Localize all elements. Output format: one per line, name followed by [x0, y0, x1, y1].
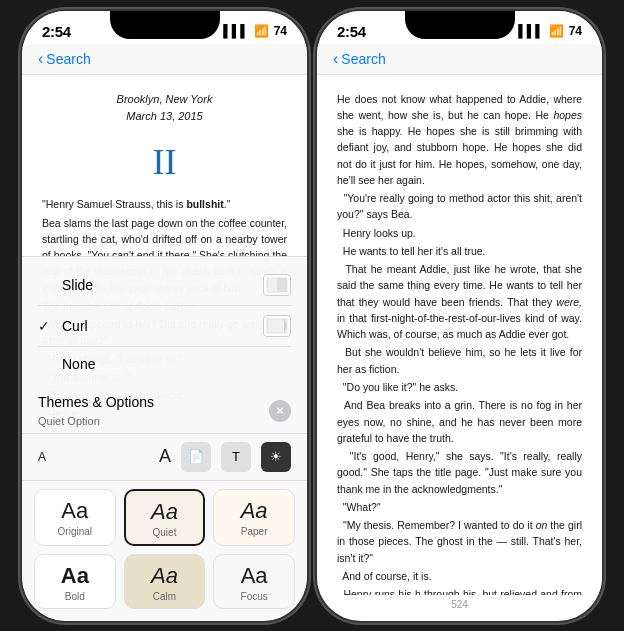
theme-bold-inner: Aa Bold	[35, 555, 115, 608]
theme-bold-card[interactable]: Aa Bold	[34, 554, 116, 609]
theme-quiet-inner: Aa Quiet	[126, 491, 204, 544]
theme-paper-name: Paper	[220, 526, 288, 537]
time-right: 2:54	[337, 23, 366, 40]
theme-focus-inner: Aa Focus	[214, 555, 294, 608]
theme-calm-name: Calm	[131, 591, 199, 602]
none-text: None	[62, 356, 95, 372]
theme-quiet-name: Quiet	[132, 527, 198, 538]
slide-preview-icon	[266, 277, 288, 293]
book-location: Brooklyn, New YorkMarch 13, 2015	[42, 91, 287, 125]
curl-text: Curl	[62, 318, 88, 334]
curl-preview-icon	[266, 318, 288, 334]
font-options-button[interactable]: 📄	[181, 442, 211, 472]
themes-header-row: Themes & Options Quiet Option ×	[22, 387, 307, 434]
themes-title: Themes &	[38, 394, 106, 410]
font-format-button[interactable]: T	[221, 442, 251, 472]
theme-original-name: Original	[41, 526, 109, 537]
book-content-right: He does not know what happened to Addie,…	[317, 75, 602, 595]
book-text-right: He does not know what happened to Addie,…	[337, 91, 582, 595]
themes-grid: Aa Original Aa Quiet Aa Paper	[22, 481, 307, 621]
notch	[110, 11, 220, 39]
chapter-number: II	[42, 135, 287, 191]
battery-left: 74	[274, 24, 287, 38]
theme-quiet-aa: Aa	[132, 499, 198, 525]
back-button-left[interactable]: ‹ Search	[38, 50, 91, 68]
notch-right	[405, 11, 515, 39]
theme-calm-card[interactable]: Aa Calm	[124, 554, 206, 609]
nav-bar-left: ‹ Search	[22, 44, 307, 75]
font-size-small-label: A	[38, 450, 46, 464]
curl-label: ✓ Curl	[38, 318, 88, 334]
signal-icon-right: ▌▌▌	[518, 24, 544, 38]
slide-text: Slide	[62, 277, 93, 293]
themes-label: Themes & Options Quiet Option	[38, 393, 154, 429]
theme-bold-name: Bold	[41, 591, 109, 602]
battery-right: 74	[569, 24, 582, 38]
theme-bold-aa: Aa	[41, 563, 109, 589]
back-button-right[interactable]: ‹ Search	[333, 50, 386, 68]
close-button[interactable]: ×	[269, 400, 291, 422]
theme-original-card[interactable]: Aa Original	[34, 489, 116, 546]
slide-icon-box	[263, 274, 291, 296]
theme-calm-inner: Aa Calm	[125, 555, 205, 608]
wifi-icon-right: 📶	[549, 24, 564, 38]
back-label-left: Search	[46, 51, 90, 67]
theme-original-aa: Aa	[41, 498, 109, 524]
theme-focus-card[interactable]: Aa Focus	[213, 554, 295, 609]
right-phone: 2:54 ▌▌▌ 📶 74 ‹ Search He does not know …	[317, 11, 602, 621]
transition-menu: Slide ✓ Curl	[22, 257, 307, 387]
theme-original-inner: Aa Original	[35, 490, 115, 543]
quiet-option-label: Quiet Option	[38, 415, 100, 427]
checkmark-curl: ✓	[38, 318, 54, 334]
curl-icon-box	[263, 315, 291, 337]
nav-bar-right: ‹ Search	[317, 44, 602, 75]
slide-label: Slide	[38, 277, 93, 293]
svg-rect-1	[277, 278, 287, 292]
font-controls-row: A A 📄 T ☀	[22, 434, 307, 481]
theme-focus-name: Focus	[220, 591, 288, 602]
font-size-large-label: A	[159, 446, 171, 467]
none-label: None	[38, 356, 95, 372]
signal-icon: ▌▌▌	[223, 24, 249, 38]
transition-slide[interactable]: Slide	[38, 265, 291, 306]
status-icons-right: ▌▌▌ 📶 74	[518, 24, 582, 38]
time-left: 2:54	[42, 23, 71, 40]
theme-calm-aa: Aa	[131, 563, 199, 589]
brightness-button[interactable]: ☀	[261, 442, 291, 472]
back-label-right: Search	[341, 51, 385, 67]
transition-none[interactable]: None	[38, 347, 291, 381]
theme-paper-card[interactable]: Aa Paper	[213, 489, 295, 546]
transition-curl[interactable]: ✓ Curl	[38, 306, 291, 347]
theme-paper-aa: Aa	[220, 498, 288, 524]
wifi-icon: 📶	[254, 24, 269, 38]
left-phone: 2:54 ▌▌▌ 📶 74 ‹ Search Brooklyn, New Yor…	[22, 11, 307, 621]
status-icons-left: ▌▌▌ 📶 74	[223, 24, 287, 38]
theme-paper-inner: Aa Paper	[214, 490, 294, 543]
theme-focus-aa: Aa	[220, 563, 288, 589]
themes-subtitle: Options	[106, 394, 154, 410]
theme-quiet-card[interactable]: Aa Quiet	[124, 489, 206, 546]
chevron-left-icon: ‹	[38, 50, 43, 68]
bottom-panel-left: Slide ✓ Curl	[22, 256, 307, 621]
page-number: 524	[317, 595, 602, 614]
chevron-left-icon-right: ‹	[333, 50, 338, 68]
